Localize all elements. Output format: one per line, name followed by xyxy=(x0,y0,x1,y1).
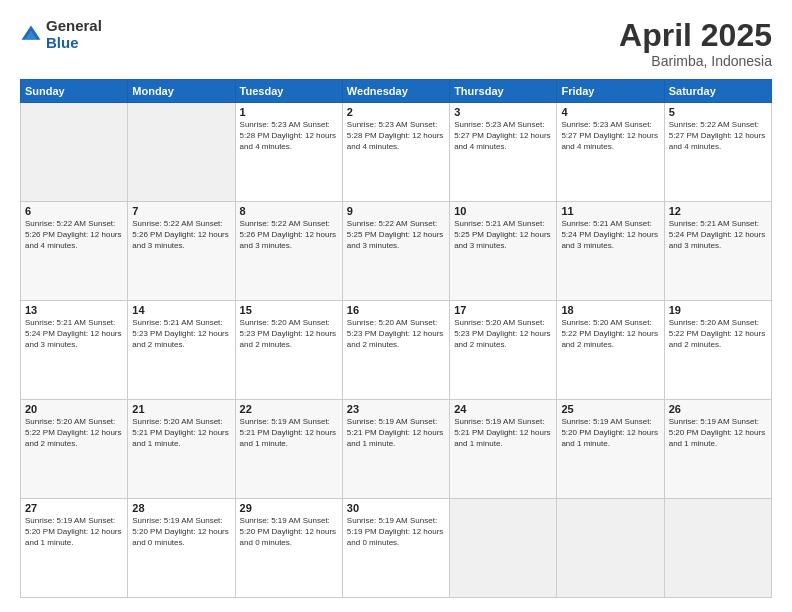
logo-general-text: General xyxy=(46,18,102,35)
calendar-cell: 21Sunrise: 5:20 AM Sunset: 5:21 PM Dayli… xyxy=(128,400,235,499)
day-detail: Sunrise: 5:19 AM Sunset: 5:21 PM Dayligh… xyxy=(347,417,445,449)
day-number: 19 xyxy=(669,304,767,316)
day-detail: Sunrise: 5:20 AM Sunset: 5:22 PM Dayligh… xyxy=(561,318,659,350)
day-number: 26 xyxy=(669,403,767,415)
day-number: 20 xyxy=(25,403,123,415)
calendar-cell: 24Sunrise: 5:19 AM Sunset: 5:21 PM Dayli… xyxy=(450,400,557,499)
calendar-header-row: Sunday Monday Tuesday Wednesday Thursday… xyxy=(21,80,772,103)
day-number: 16 xyxy=(347,304,445,316)
calendar-cell: 8Sunrise: 5:22 AM Sunset: 5:26 PM Daylig… xyxy=(235,202,342,301)
calendar-cell: 7Sunrise: 5:22 AM Sunset: 5:26 PM Daylig… xyxy=(128,202,235,301)
logo-blue-text: Blue xyxy=(46,35,102,52)
day-number: 25 xyxy=(561,403,659,415)
calendar-cell: 16Sunrise: 5:20 AM Sunset: 5:23 PM Dayli… xyxy=(342,301,449,400)
calendar-cell: 19Sunrise: 5:20 AM Sunset: 5:22 PM Dayli… xyxy=(664,301,771,400)
day-detail: Sunrise: 5:19 AM Sunset: 5:20 PM Dayligh… xyxy=(561,417,659,449)
day-number: 23 xyxy=(347,403,445,415)
calendar-cell xyxy=(21,103,128,202)
day-number: 13 xyxy=(25,304,123,316)
calendar-table: Sunday Monday Tuesday Wednesday Thursday… xyxy=(20,79,772,598)
calendar-cell: 25Sunrise: 5:19 AM Sunset: 5:20 PM Dayli… xyxy=(557,400,664,499)
calendar-cell: 23Sunrise: 5:19 AM Sunset: 5:21 PM Dayli… xyxy=(342,400,449,499)
logo-text: General Blue xyxy=(46,18,102,51)
day-detail: Sunrise: 5:19 AM Sunset: 5:20 PM Dayligh… xyxy=(240,516,338,548)
day-detail: Sunrise: 5:22 AM Sunset: 5:26 PM Dayligh… xyxy=(240,219,338,251)
day-detail: Sunrise: 5:21 AM Sunset: 5:25 PM Dayligh… xyxy=(454,219,552,251)
day-detail: Sunrise: 5:19 AM Sunset: 5:21 PM Dayligh… xyxy=(240,417,338,449)
header: General Blue April 2025 Barimba, Indones… xyxy=(20,18,772,69)
calendar-cell xyxy=(664,499,771,598)
header-monday: Monday xyxy=(128,80,235,103)
calendar-cell: 6Sunrise: 5:22 AM Sunset: 5:26 PM Daylig… xyxy=(21,202,128,301)
day-number: 5 xyxy=(669,106,767,118)
day-detail: Sunrise: 5:22 AM Sunset: 5:26 PM Dayligh… xyxy=(25,219,123,251)
calendar-week-row-2: 13Sunrise: 5:21 AM Sunset: 5:24 PM Dayli… xyxy=(21,301,772,400)
day-number: 17 xyxy=(454,304,552,316)
day-number: 15 xyxy=(240,304,338,316)
day-detail: Sunrise: 5:22 AM Sunset: 5:27 PM Dayligh… xyxy=(669,120,767,152)
calendar-cell xyxy=(128,103,235,202)
page: General Blue April 2025 Barimba, Indones… xyxy=(0,0,792,612)
calendar-cell: 1Sunrise: 5:23 AM Sunset: 5:28 PM Daylig… xyxy=(235,103,342,202)
day-detail: Sunrise: 5:20 AM Sunset: 5:21 PM Dayligh… xyxy=(132,417,230,449)
day-number: 7 xyxy=(132,205,230,217)
day-detail: Sunrise: 5:23 AM Sunset: 5:28 PM Dayligh… xyxy=(347,120,445,152)
calendar-cell: 9Sunrise: 5:22 AM Sunset: 5:25 PM Daylig… xyxy=(342,202,449,301)
day-detail: Sunrise: 5:19 AM Sunset: 5:20 PM Dayligh… xyxy=(669,417,767,449)
calendar-cell: 12Sunrise: 5:21 AM Sunset: 5:24 PM Dayli… xyxy=(664,202,771,301)
calendar-cell: 11Sunrise: 5:21 AM Sunset: 5:24 PM Dayli… xyxy=(557,202,664,301)
header-saturday: Saturday xyxy=(664,80,771,103)
calendar-cell: 26Sunrise: 5:19 AM Sunset: 5:20 PM Dayli… xyxy=(664,400,771,499)
day-detail: Sunrise: 5:19 AM Sunset: 5:19 PM Dayligh… xyxy=(347,516,445,548)
day-number: 12 xyxy=(669,205,767,217)
day-number: 24 xyxy=(454,403,552,415)
day-detail: Sunrise: 5:20 AM Sunset: 5:22 PM Dayligh… xyxy=(669,318,767,350)
calendar-cell: 10Sunrise: 5:21 AM Sunset: 5:25 PM Dayli… xyxy=(450,202,557,301)
calendar-cell: 27Sunrise: 5:19 AM Sunset: 5:20 PM Dayli… xyxy=(21,499,128,598)
calendar-cell: 5Sunrise: 5:22 AM Sunset: 5:27 PM Daylig… xyxy=(664,103,771,202)
calendar-cell: 17Sunrise: 5:20 AM Sunset: 5:23 PM Dayli… xyxy=(450,301,557,400)
day-number: 30 xyxy=(347,502,445,514)
day-detail: Sunrise: 5:23 AM Sunset: 5:27 PM Dayligh… xyxy=(454,120,552,152)
day-detail: Sunrise: 5:23 AM Sunset: 5:28 PM Dayligh… xyxy=(240,120,338,152)
calendar-cell: 15Sunrise: 5:20 AM Sunset: 5:23 PM Dayli… xyxy=(235,301,342,400)
day-number: 11 xyxy=(561,205,659,217)
header-friday: Friday xyxy=(557,80,664,103)
calendar-week-row-3: 20Sunrise: 5:20 AM Sunset: 5:22 PM Dayli… xyxy=(21,400,772,499)
day-number: 4 xyxy=(561,106,659,118)
calendar-cell: 30Sunrise: 5:19 AM Sunset: 5:19 PM Dayli… xyxy=(342,499,449,598)
day-number: 18 xyxy=(561,304,659,316)
calendar-cell: 20Sunrise: 5:20 AM Sunset: 5:22 PM Dayli… xyxy=(21,400,128,499)
day-number: 29 xyxy=(240,502,338,514)
title-block: April 2025 Barimba, Indonesia xyxy=(619,18,772,69)
day-detail: Sunrise: 5:21 AM Sunset: 5:23 PM Dayligh… xyxy=(132,318,230,350)
day-number: 28 xyxy=(132,502,230,514)
calendar-cell: 2Sunrise: 5:23 AM Sunset: 5:28 PM Daylig… xyxy=(342,103,449,202)
calendar-week-row-4: 27Sunrise: 5:19 AM Sunset: 5:20 PM Dayli… xyxy=(21,499,772,598)
calendar-week-row-0: 1Sunrise: 5:23 AM Sunset: 5:28 PM Daylig… xyxy=(21,103,772,202)
calendar-cell: 4Sunrise: 5:23 AM Sunset: 5:27 PM Daylig… xyxy=(557,103,664,202)
logo: General Blue xyxy=(20,18,102,51)
calendar-cell: 18Sunrise: 5:20 AM Sunset: 5:22 PM Dayli… xyxy=(557,301,664,400)
day-number: 3 xyxy=(454,106,552,118)
day-number: 2 xyxy=(347,106,445,118)
day-detail: Sunrise: 5:20 AM Sunset: 5:22 PM Dayligh… xyxy=(25,417,123,449)
header-wednesday: Wednesday xyxy=(342,80,449,103)
day-number: 21 xyxy=(132,403,230,415)
calendar-cell: 13Sunrise: 5:21 AM Sunset: 5:24 PM Dayli… xyxy=(21,301,128,400)
day-detail: Sunrise: 5:21 AM Sunset: 5:24 PM Dayligh… xyxy=(561,219,659,251)
day-detail: Sunrise: 5:19 AM Sunset: 5:21 PM Dayligh… xyxy=(454,417,552,449)
calendar-cell: 28Sunrise: 5:19 AM Sunset: 5:20 PM Dayli… xyxy=(128,499,235,598)
header-sunday: Sunday xyxy=(21,80,128,103)
title-month: April 2025 xyxy=(619,18,772,53)
day-number: 1 xyxy=(240,106,338,118)
calendar-cell: 29Sunrise: 5:19 AM Sunset: 5:20 PM Dayli… xyxy=(235,499,342,598)
day-number: 9 xyxy=(347,205,445,217)
day-detail: Sunrise: 5:19 AM Sunset: 5:20 PM Dayligh… xyxy=(25,516,123,548)
day-detail: Sunrise: 5:21 AM Sunset: 5:24 PM Dayligh… xyxy=(669,219,767,251)
day-number: 8 xyxy=(240,205,338,217)
calendar-cell xyxy=(557,499,664,598)
header-thursday: Thursday xyxy=(450,80,557,103)
day-number: 6 xyxy=(25,205,123,217)
title-location: Barimba, Indonesia xyxy=(619,53,772,69)
